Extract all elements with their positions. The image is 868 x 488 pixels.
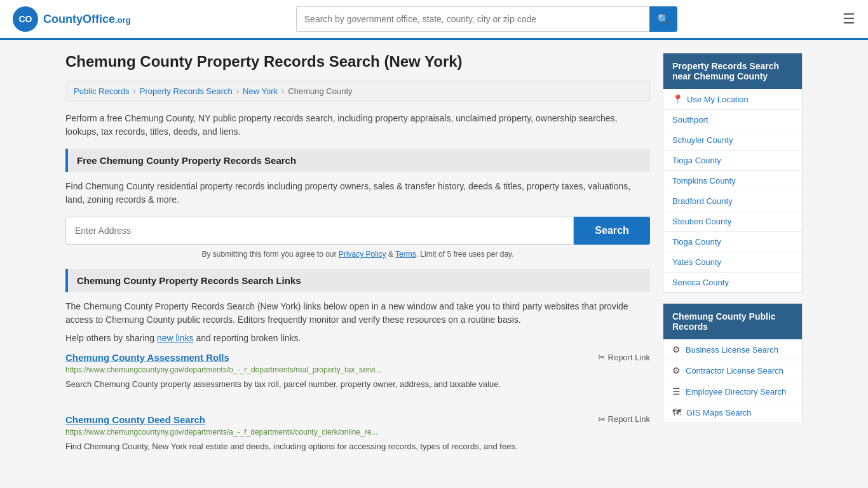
free-search-desc: Find Chemung County residential property…: [65, 180, 650, 207]
intro-text: Perform a free Chemung County, NY public…: [65, 112, 650, 139]
use-location-link[interactable]: Use My Location: [687, 95, 749, 104]
page-title: Chemung County Property Records Search (…: [65, 53, 650, 71]
nearby-header: Property Records Search near Chemung Cou…: [663, 53, 802, 89]
link-title-1[interactable]: Chemung County Deed Search: [65, 414, 205, 425]
new-links-note: Help others by sharing new links and rep…: [65, 333, 650, 343]
left-content: Chemung County Property Records Search (…: [65, 53, 650, 476]
public-record-link-2[interactable]: Employee Directory Search: [686, 387, 786, 396]
links-description: The Chemung County Property Records Sear…: [65, 300, 650, 327]
public-record-icon-2: ☰: [672, 386, 681, 396]
link-items-container: Chemung County Assessment Rolls ✂ Report…: [65, 352, 650, 463]
nearby-item-0[interactable]: Southport: [663, 110, 802, 130]
nearby-link-3[interactable]: Tompkins County: [672, 176, 736, 186]
report-icon-0: ✂: [598, 352, 606, 362]
nearby-item-4[interactable]: Bradford County: [663, 191, 802, 212]
public-record-item-0[interactable]: ⚙ Business License Search: [663, 339, 802, 360]
link-item-header-0: Chemung County Assessment Rolls ✂ Report…: [65, 352, 650, 363]
svg-text:CO: CO: [19, 14, 32, 24]
nearby-link-6[interactable]: Tioga County: [672, 237, 721, 247]
header-search-button[interactable]: 🔍: [649, 6, 677, 32]
breadcrumb: Public Records › Property Records Search…: [65, 81, 650, 102]
public-record-icon-1: ⚙: [672, 365, 681, 376]
menu-icon[interactable]: ☰: [843, 11, 855, 27]
logo-text: CountyOffice.org: [43, 13, 131, 26]
nearby-link-0[interactable]: Southport: [672, 115, 708, 125]
public-record-item-2[interactable]: ☰ Employee Directory Search: [663, 381, 802, 402]
nearby-item-5[interactable]: Steuben County: [663, 212, 802, 232]
logo-icon: CO: [13, 6, 38, 32]
link-url-0: https://www.chemungcountyny.gov/departme…: [65, 365, 650, 374]
public-record-icon-0: ⚙: [672, 344, 681, 355]
search-form-row: Search: [65, 217, 650, 245]
public-record-item-1[interactable]: ⚙ Contractor License Search: [663, 360, 802, 381]
logo[interactable]: CO CountyOffice.org: [13, 6, 131, 32]
nearby-item-7[interactable]: Yates County: [663, 252, 802, 273]
report-link-btn-1[interactable]: ✂ Report Link: [598, 414, 650, 424]
nearby-items-container: SouthportSchuyler CountyTioga CountyTomp…: [663, 110, 802, 292]
location-icon: 📍: [672, 94, 683, 104]
links-section: Chemung County Property Records Search L…: [65, 269, 650, 463]
free-search-header: Free Chemung County Property Records Sea…: [65, 149, 650, 172]
nearby-item-8[interactable]: Seneca County: [663, 273, 802, 292]
use-my-location[interactable]: 📍 Use My Location: [663, 89, 802, 110]
main-content: Chemung County Property Records Search (…: [53, 53, 815, 476]
report-link-btn-0[interactable]: ✂ Report Link: [598, 352, 650, 362]
link-item-header-1: Chemung County Deed Search ✂ Report Link: [65, 414, 650, 425]
form-note: By submitting this form you agree to our…: [65, 250, 650, 259]
link-url-1: https://www.chemungcountyny.gov/departme…: [65, 428, 650, 437]
right-sidebar: Property Records Search near Chemung Cou…: [663, 53, 803, 476]
privacy-policy-link[interactable]: Privacy Policy: [339, 250, 386, 259]
nearby-link-5[interactable]: Steuben County: [672, 217, 731, 226]
breadcrumb-public-records[interactable]: Public Records: [74, 86, 129, 96]
nearby-item-6[interactable]: Tioga County: [663, 232, 802, 252]
terms-link[interactable]: Terms: [395, 250, 416, 259]
address-input[interactable]: [65, 217, 574, 245]
link-desc-1: Find Chemung County, New York real estat…: [65, 440, 650, 453]
link-item: Chemung County Assessment Rolls ✂ Report…: [65, 352, 650, 402]
breadcrumb-current: Chemung County: [288, 86, 352, 96]
public-record-link-3[interactable]: GIS Maps Search: [686, 408, 752, 417]
header-search-input[interactable]: [296, 6, 649, 32]
new-links-link[interactable]: new links: [157, 333, 194, 343]
nearby-link-2[interactable]: Tioga County: [672, 156, 721, 165]
link-title-0[interactable]: Chemung County Assessment Rolls: [65, 352, 229, 363]
report-icon-1: ✂: [598, 414, 606, 424]
links-header: Chemung County Property Records Search L…: [65, 269, 650, 292]
property-search-form: Search By submitting this form you agree…: [65, 217, 650, 259]
nearby-box: Property Records Search near Chemung Cou…: [663, 53, 803, 293]
public-record-link-1[interactable]: Contractor License Search: [686, 366, 783, 376]
header-search-area: 🔍: [296, 6, 677, 32]
public-record-item-3[interactable]: 🗺 GIS Maps Search: [663, 402, 802, 423]
public-records-header: Chemung County Public Records: [663, 304, 802, 339]
site-header: CO CountyOffice.org 🔍 ☰: [0, 0, 868, 40]
nearby-link-4[interactable]: Bradford County: [672, 196, 733, 206]
nearby-item-1[interactable]: Schuyler County: [663, 130, 802, 151]
public-records-container: ⚙ Business License Search ⚙ Contractor L…: [663, 339, 802, 423]
breadcrumb-property-records[interactable]: Property Records Search: [140, 86, 233, 96]
nearby-item-2[interactable]: Tioga County: [663, 151, 802, 171]
link-desc-0: Search Chemung County property assessmen…: [65, 378, 650, 391]
search-submit-button[interactable]: Search: [574, 217, 650, 245]
breadcrumb-new-york[interactable]: New York: [243, 86, 278, 96]
link-item: Chemung County Deed Search ✂ Report Link…: [65, 414, 650, 464]
public-record-icon-3: 🗺: [672, 407, 681, 417]
nearby-link-7[interactable]: Yates County: [672, 257, 721, 267]
nearby-link-8[interactable]: Seneca County: [672, 278, 729, 287]
nearby-link-1[interactable]: Schuyler County: [672, 135, 733, 145]
public-records-box: Chemung County Public Records ⚙ Business…: [663, 303, 803, 423]
nearby-item-3[interactable]: Tompkins County: [663, 171, 802, 191]
public-record-link-0[interactable]: Business License Search: [686, 345, 778, 355]
